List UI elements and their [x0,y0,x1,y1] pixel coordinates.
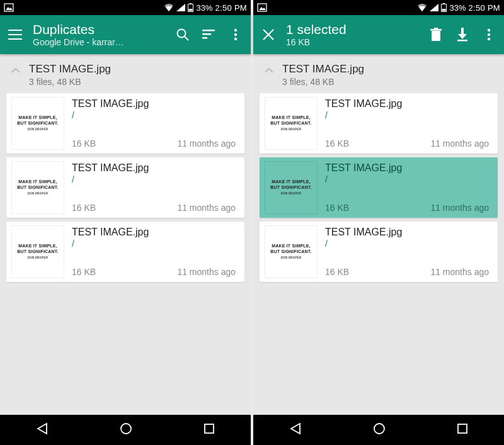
file-path: / [325,110,489,120]
search-icon[interactable] [174,26,192,43]
signal-icon [176,4,185,11]
download-icon[interactable] [454,26,471,43]
home-icon[interactable] [119,422,133,438]
wifi-icon [164,4,174,11]
file-list: MAKE IT SIMPLE,BUT SIGNIFICANT.DON DRAPE… [0,93,251,415]
file-age: 11 months ago [430,138,489,149]
hamburger-icon[interactable] [6,26,24,43]
file-thumbnail: MAKE IT SIMPLE,BUT SIGNIFICANT.DON DRAPE… [265,225,318,278]
svg-rect-13 [202,37,207,39]
signal-icon [430,4,438,11]
battery-percent: 33% [196,3,212,13]
selection-app-bar: 1 selected 16 KB [253,15,504,54]
picture-icon [257,3,267,12]
svg-rect-19 [205,424,214,433]
svg-rect-6 [8,30,22,31]
file-card[interactable]: MAKE IT SIMPLE,BUT SIGNIFICANT.DON DRAPE… [260,93,498,154]
thumb-line1: MAKE IT SIMPLE, [272,115,311,121]
battery-icon [441,3,447,12]
file-path: / [72,174,236,184]
svg-point-16 [234,38,237,40]
file-size: 16 KB [325,267,349,277]
overflow-icon[interactable] [227,26,244,43]
svg-point-38 [374,424,384,434]
group-summary: 3 files, 48 KB [282,77,364,87]
group-summary: 3 files, 48 KB [29,77,111,87]
delete-icon[interactable] [427,26,445,43]
svg-rect-7 [8,34,22,35]
thumb-line2: BUT SIGNIFICANT. [270,121,311,127]
file-card[interactable]: MAKE IT SIMPLE,BUT SIGNIFICANT.DON DRAPE… [6,157,244,218]
svg-rect-11 [202,30,215,31]
svg-rect-33 [457,40,467,42]
file-age: 11 months ago [430,203,489,213]
file-size: 16 KB [72,138,96,149]
file-size: 16 KB [325,138,349,149]
svg-point-15 [234,33,237,36]
file-path: / [72,110,236,120]
thumb-line3: DON DRAPER [281,128,301,132]
thumb-line1: MAKE IT SIMPLE, [272,244,311,249]
clock: 2:50 PM [468,3,500,13]
file-name: TEST IMAGE.jpg [72,98,236,110]
svg-marker-1 [6,7,13,10]
group-header[interactable]: TEST IMAGE.jpg 3 files, 48 KB [0,54,251,93]
home-icon[interactable] [372,422,386,438]
battery-percent: 33% [449,3,466,13]
group-header[interactable]: TEST IMAGE.jpg 3 files, 48 KB [253,54,504,93]
file-card[interactable]: MAKE IT SIMPLE,BUT SIGNIFICANT.DON DRAPE… [260,157,498,218]
file-list: MAKE IT SIMPLE,BUT SIGNIFICANT.DON DRAPE… [253,93,504,415]
file-size: 16 KB [325,203,349,213]
svg-marker-17 [38,424,47,434]
status-bar: 33% 2:50 PM [0,0,251,15]
file-thumbnail: MAKE IT SIMPLE,BUT SIGNIFICANT.DON DRAPE… [11,97,64,150]
thumb-line2: BUT SIGNIFICANT. [270,249,311,255]
svg-marker-22 [430,4,438,11]
selection-title: 1 selected [286,22,423,37]
wifi-icon [417,4,427,11]
recents-icon[interactable] [203,422,215,437]
thumb-line2: BUT SIGNIFICANT. [17,121,58,127]
file-name: TEST IMAGE.jpg [325,98,489,110]
thumb-line3: DON DRAPER [28,256,48,260]
thumb-line3: DON DRAPER [28,128,48,132]
svg-rect-30 [434,28,438,30]
back-icon[interactable] [35,422,49,438]
svg-point-9 [178,30,186,38]
phone-left: 33% 2:50 PM Duplicates Google Drive - ka… [0,0,251,445]
file-card[interactable]: MAKE IT SIMPLE,BUT SIGNIFICANT.DON DRAPE… [6,222,244,282]
svg-rect-12 [202,33,211,35]
overflow-icon[interactable] [480,26,498,43]
thumb-line3: DON DRAPER [281,192,301,196]
thumb-line2: BUT SIGNIFICANT. [270,185,311,191]
file-size: 16 KB [72,203,96,213]
svg-rect-31 [461,28,464,35]
file-card[interactable]: MAKE IT SIMPLE,BUT SIGNIFICANT.DON DRAPE… [6,93,244,154]
close-icon[interactable] [260,26,277,43]
file-age: 11 months ago [177,138,236,149]
svg-point-36 [488,38,490,40]
thumb-line2: BUT SIGNIFICANT. [17,185,58,191]
back-icon[interactable] [289,422,302,438]
thumb-line3: DON DRAPER [28,192,48,196]
chevron-up-icon [11,65,23,76]
file-name: TEST IMAGE.jpg [325,162,489,174]
svg-point-18 [121,424,131,434]
file-thumbnail: MAKE IT SIMPLE,BUT SIGNIFICANT.DON DRAPE… [265,161,318,214]
file-age: 11 months ago [177,267,236,277]
group-title: TEST IMAGE.jpg [282,63,364,76]
svg-marker-37 [291,424,300,434]
sort-icon[interactable] [200,26,218,43]
battery-icon [188,3,193,12]
file-path: / [325,174,489,184]
recents-icon[interactable] [456,422,469,437]
svg-rect-5 [189,9,193,11]
selection-subtitle: 16 KB [286,37,423,47]
file-card[interactable]: MAKE IT SIMPLE,BUT SIGNIFICANT.DON DRAPE… [260,222,498,282]
file-thumbnail: MAKE IT SIMPLE,BUT SIGNIFICANT.DON DRAPE… [265,97,318,150]
file-name: TEST IMAGE.jpg [72,227,236,238]
status-bar: 33% 2:50 PM [253,0,504,15]
svg-marker-32 [458,34,467,39]
clock: 2:50 PM [215,3,247,13]
file-path: / [325,239,489,249]
